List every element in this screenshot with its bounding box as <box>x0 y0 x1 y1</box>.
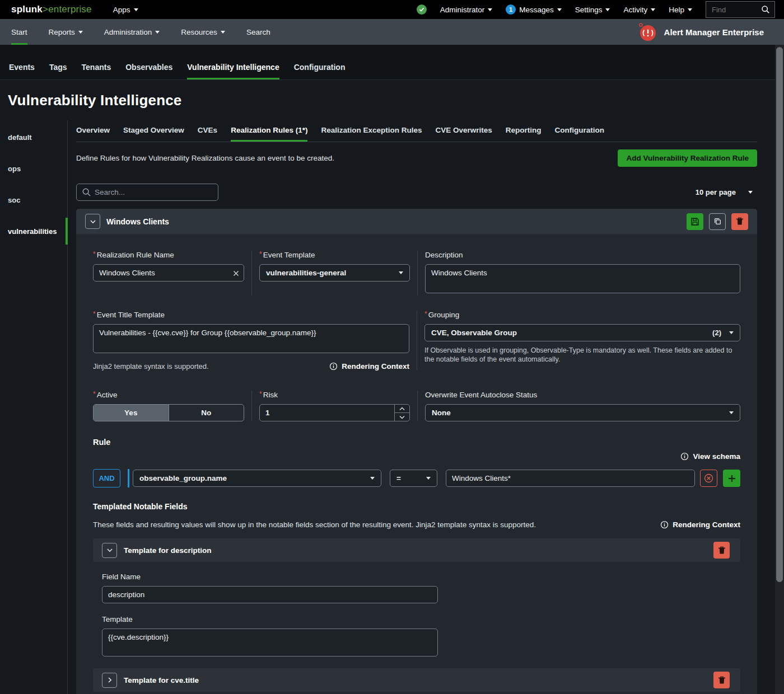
sidebar-item-soc[interactable]: soc <box>0 184 67 215</box>
tnf-rendering-context-link[interactable]: Rendering Context <box>660 520 740 529</box>
grouping-dropdown[interactable]: CVE, Observable Group (2) <box>424 324 740 341</box>
caret-down-icon <box>399 271 403 274</box>
delete-rule-button[interactable] <box>731 213 748 230</box>
subtab-cve-overwrites[interactable]: CVE Overwrites <box>435 126 492 142</box>
subtab-cves[interactable]: CVEs <box>198 126 217 142</box>
description-textarea[interactable]: Windows Clients <box>425 264 740 293</box>
caret-down-icon <box>748 191 753 194</box>
tab-tenants[interactable]: Tenants <box>82 63 111 79</box>
caret-down-icon <box>78 31 83 34</box>
event-template-label: Event Template <box>259 251 410 259</box>
delete-template-button[interactable] <box>713 672 730 688</box>
rule-name-label: Realization Rule Name <box>93 251 244 259</box>
menu-search[interactable]: Search <box>246 19 270 45</box>
duplicate-rule-button[interactable] <box>709 213 726 230</box>
splunk-logo-product: >enterprise <box>43 4 92 15</box>
subtab-staged-overview[interactable]: Staged Overview <box>123 126 184 142</box>
add-condition-button[interactable] <box>723 470 740 487</box>
caret-down-icon <box>370 477 375 480</box>
caret-down-icon <box>651 8 655 11</box>
caret-down-icon <box>426 477 431 480</box>
menu-resources[interactable]: Resources <box>181 19 225 45</box>
condition-field-dropdown[interactable]: observable_group.name <box>133 470 381 487</box>
event-title-template-textarea[interactable]: Vulnerabilities - {{cve.cve}} for Group … <box>93 324 409 353</box>
rule-joiner-button[interactable]: AND <box>93 469 120 487</box>
app-menubar: Start Reports Administration Resources S… <box>0 19 784 45</box>
find-searchbox[interactable] <box>706 1 775 18</box>
per-page-dropdown[interactable]: 10 per page <box>696 188 757 196</box>
tnf-description: These fields and resulting values will s… <box>93 520 536 529</box>
risk-label: Risk <box>259 391 410 399</box>
subtab-reporting[interactable]: Reporting <box>506 126 542 142</box>
stepper-down-button[interactable] <box>395 413 409 421</box>
health-check-icon[interactable] <box>417 4 427 15</box>
grouping-count-badge: (2) <box>712 329 721 337</box>
tab-configuration[interactable]: Configuration <box>294 63 346 79</box>
tab-tags[interactable]: Tags <box>49 63 67 79</box>
splunk-logo[interactable]: splunk>enterprise <box>11 4 92 15</box>
menu-start[interactable]: Start <box>11 19 27 45</box>
copy-icon <box>713 217 722 226</box>
stepper-up-button[interactable] <box>395 405 409 413</box>
messages-menu[interactable]: 1 Messages <box>506 4 562 15</box>
rendering-context-link[interactable]: Rendering Context <box>329 362 409 371</box>
risk-input[interactable] <box>259 404 410 421</box>
template-cve-title-header: Template for cve.title <box>93 668 740 692</box>
sidebar-item-vulnerabilities[interactable]: vulnerabilities <box>0 215 67 247</box>
chevron-down-icon <box>90 218 96 225</box>
risk-stepper <box>394 405 409 421</box>
activity-menu[interactable]: Activity <box>623 6 655 14</box>
active-yes-option[interactable]: Yes <box>94 405 169 421</box>
help-menu[interactable]: Help <box>669 6 692 14</box>
subtab-realization-rules[interactable]: Realization Rules (1*) <box>231 126 307 142</box>
page-scrollbar[interactable] <box>775 45 784 694</box>
subtab-realization-exception-rules[interactable]: Realization Exception Rules <box>321 126 422 142</box>
collapse-template-button[interactable] <box>102 543 117 558</box>
menu-administration[interactable]: Administration <box>104 19 160 45</box>
tnf-heading: Templated Notable Fields <box>93 502 740 511</box>
tab-events[interactable]: Events <box>9 63 35 79</box>
user-menu[interactable]: Administrator <box>440 6 493 14</box>
jinja-hint: Jinja2 template syntax is supported. <box>93 362 209 371</box>
condition-operator-dropdown[interactable]: = <box>390 470 437 487</box>
field-name-input[interactable] <box>102 586 438 603</box>
template-textarea[interactable]: {{cve.description}} <box>102 629 438 657</box>
caret-down-icon <box>221 31 225 34</box>
save-icon <box>690 217 699 226</box>
search-icon <box>761 5 770 14</box>
find-input[interactable] <box>712 6 761 14</box>
condition-value-input[interactable] <box>446 470 695 487</box>
subtab-configuration[interactable]: Configuration <box>555 126 604 142</box>
app-brand: Alert Manager Enterprise <box>637 22 764 42</box>
template-label: Template <box>102 615 438 623</box>
rule-name-input[interactable] <box>93 264 244 282</box>
tab-observables[interactable]: Observables <box>125 63 172 79</box>
caret-down-icon <box>729 331 734 334</box>
clear-icon[interactable] <box>233 269 239 279</box>
expand-template-button[interactable] <box>102 673 117 688</box>
rules-search-input[interactable] <box>76 184 218 201</box>
add-realization-rule-button[interactable]: Add Vulnerability Realization Rule <box>618 149 757 167</box>
delete-template-button[interactable] <box>713 542 730 559</box>
splunk-topbar: splunk>enterprise Apps Administrator 1 M… <box>0 0 784 19</box>
chevron-right-icon <box>106 677 113 683</box>
active-no-option[interactable]: No <box>169 405 244 421</box>
view-schema-link[interactable]: View schema <box>680 452 740 461</box>
tab-vulnerability-intelligence[interactable]: Vulnerability Intelligence <box>187 63 279 79</box>
apps-menu[interactable]: Apps <box>113 6 138 14</box>
remove-condition-button[interactable] <box>700 470 717 487</box>
column-divider <box>251 391 252 421</box>
save-rule-button[interactable] <box>687 213 703 230</box>
chevron-down-icon <box>106 547 113 554</box>
autoclose-dropdown[interactable]: None <box>425 404 740 421</box>
sidebar-item-ops[interactable]: ops <box>0 153 67 184</box>
rule-panel: Windows Clients <box>76 209 757 694</box>
settings-menu[interactable]: Settings <box>575 6 610 14</box>
menu-reports[interactable]: Reports <box>49 19 83 45</box>
scrollbar-thumb[interactable] <box>776 47 783 582</box>
collapse-rule-button[interactable] <box>85 214 100 229</box>
sidebar-item-default[interactable]: default <box>0 121 67 153</box>
subtab-overview[interactable]: Overview <box>76 126 110 142</box>
info-icon <box>680 452 689 461</box>
event-template-dropdown[interactable]: vulnerabilities-general <box>259 264 410 282</box>
